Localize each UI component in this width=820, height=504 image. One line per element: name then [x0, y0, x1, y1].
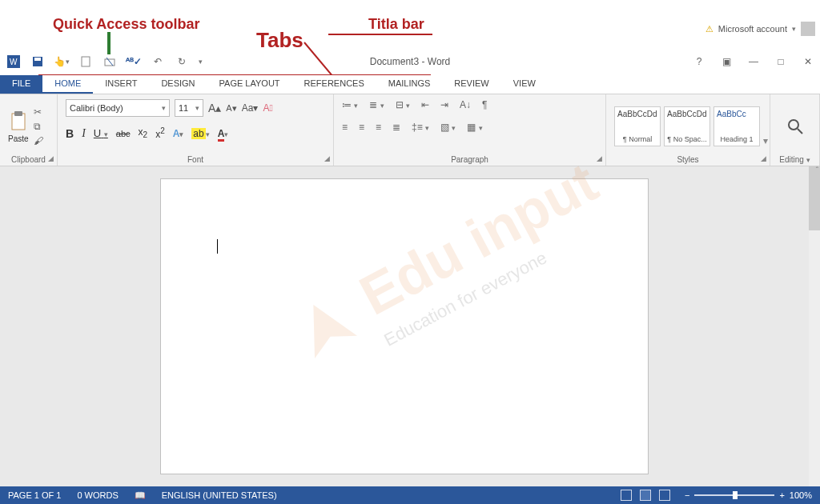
style-heading-1[interactable]: AaBbCc Heading 1: [713, 106, 760, 146]
subscript-button[interactable]: x2: [139, 126, 148, 139]
help-icon[interactable]: ?: [692, 54, 706, 69]
zoom-in-button[interactable]: +: [779, 490, 784, 500]
strikethrough-button[interactable]: abc: [116, 129, 131, 138]
account-area[interactable]: ⚠ Microsoft account ▾: [705, 19, 815, 38]
font-size-select[interactable]: 11▾: [175, 99, 203, 117]
bold-button[interactable]: B: [66, 127, 74, 140]
align-right-icon[interactable]: ≡: [376, 122, 381, 133]
grow-font-icon[interactable]: A▴: [208, 102, 221, 114]
multilevel-list-icon[interactable]: ⊟ ▾: [396, 99, 410, 110]
change-case-icon[interactable]: Aa▾: [242, 102, 259, 114]
close-icon[interactable]: ✕: [801, 54, 815, 69]
tab-references[interactable]: REFERENCES: [292, 75, 376, 94]
tab-file[interactable]: FILE: [0, 75, 42, 94]
zoom-slider-knob[interactable]: [733, 491, 738, 499]
titlebar-underline: [328, 34, 432, 35]
tab-design[interactable]: DESIGN: [149, 75, 207, 94]
view-read-icon[interactable]: [621, 490, 632, 501]
tab-insert[interactable]: INSERT: [93, 75, 149, 94]
underline-button[interactable]: U ▾: [94, 127, 108, 139]
text-effects-icon[interactable]: A▾: [173, 128, 184, 139]
line-spacing-icon[interactable]: ‡≡ ▾: [412, 122, 429, 133]
view-web-icon[interactable]: [659, 490, 670, 501]
clipboard-launcher-icon[interactable]: ◢: [48, 154, 54, 162]
styles-more-icon[interactable]: ▾: [763, 135, 768, 146]
group-clipboard-label: Clipboard: [8, 154, 49, 164]
vertical-scrollbar[interactable]: [809, 166, 820, 486]
text-cursor: [217, 239, 218, 254]
status-page[interactable]: PAGE 1 OF 1: [0, 490, 69, 500]
format-painter-icon[interactable]: 🖌: [34, 135, 43, 146]
group-clipboard: Paste ✂ ⧉ 🖌 Clipboard ◢: [0, 94, 58, 166]
decrease-indent-icon[interactable]: ⇤: [421, 99, 429, 110]
font-family-select[interactable]: Calibri (Body)▾: [66, 99, 170, 117]
borders-icon[interactable]: ▦ ▾: [467, 122, 482, 133]
svg-line-10: [798, 129, 802, 134]
group-editing: Editing ▾: [770, 94, 820, 166]
zoom-slider[interactable]: [694, 494, 774, 496]
svg-point-9: [789, 120, 798, 130]
styles-launcher-icon[interactable]: ◢: [761, 154, 766, 162]
ribbon: Paste ✂ ⧉ 🖌 Clipboard ◢ Calibri (Body)▾ …: [0, 94, 820, 166]
align-center-icon[interactable]: ≡: [359, 122, 364, 133]
group-styles: AaBbCcDd ¶ Normal AaBbCcDd ¶ No Spac... …: [606, 94, 770, 166]
view-print-icon[interactable]: [640, 490, 651, 501]
annot-qat: Quick Access toolbar: [53, 16, 199, 33]
status-bar: PAGE 1 OF 1 0 WORDS 📖 ENGLISH (UNITED ST…: [0, 486, 820, 504]
align-left-icon[interactable]: ≡: [342, 122, 348, 133]
tab-home[interactable]: HOME: [42, 75, 93, 94]
zoom-level[interactable]: 100%: [790, 490, 812, 500]
highlight-icon[interactable]: ab▾: [191, 128, 209, 139]
group-paragraph: ≔ ▾ ≣ ▾ ⊟ ▾ ⇤ ⇥ A↓ ¶ ≡ ≡ ≡ ≣ ‡≡ ▾ ▧ ▾ ▦ …: [334, 94, 606, 166]
document-area: [0, 166, 809, 486]
status-language[interactable]: ENGLISH (UNITED STATES): [154, 490, 285, 500]
zoom-control: − + 100%: [677, 490, 820, 500]
account-label: Microsoft account: [718, 24, 787, 34]
status-words[interactable]: 0 WORDS: [69, 490, 126, 500]
group-editing-label: Editing ▾: [778, 154, 811, 164]
svg-rect-8: [14, 111, 22, 116]
avatar: [801, 22, 815, 36]
paste-button[interactable]: Paste: [8, 110, 29, 143]
ribbon-tabs: FILE HOME INSERT DESIGN PAGE LAYOUT REFE…: [0, 75, 820, 94]
shrink-font-icon[interactable]: A▾: [226, 103, 236, 114]
justify-icon[interactable]: ≣: [392, 122, 400, 133]
style-no-spacing[interactable]: AaBbCcDd ¶ No Spac...: [664, 106, 710, 146]
cut-icon[interactable]: ✂: [34, 106, 43, 118]
numbering-icon[interactable]: ≣ ▾: [369, 99, 384, 110]
clear-formatting-icon[interactable]: A⃠: [263, 102, 272, 114]
scrollbar-thumb[interactable]: [809, 166, 820, 230]
annot-titlebar: Titla bar: [368, 16, 424, 33]
view-buttons: [614, 490, 677, 501]
increase-indent-icon[interactable]: ⇥: [440, 99, 448, 110]
bullets-icon[interactable]: ≔ ▾: [342, 99, 358, 110]
warning-icon: ⚠: [705, 24, 713, 34]
window-controls: ? ▣ — □ ✕: [692, 52, 815, 71]
font-color-icon[interactable]: A▾: [218, 128, 229, 139]
group-font: Calibri (Body)▾ 11▾ A▴ A▾ Aa▾ A⃠ B I U ▾…: [58, 94, 334, 166]
tab-review[interactable]: REVIEW: [442, 75, 500, 94]
group-styles-label: Styles: [614, 154, 762, 164]
tab-page-layout[interactable]: PAGE LAYOUT: [207, 75, 292, 94]
shading-icon[interactable]: ▧ ▾: [440, 122, 456, 133]
copy-icon[interactable]: ⧉: [34, 121, 43, 132]
paragraph-launcher-icon[interactable]: ◢: [597, 154, 602, 162]
status-proofing-icon[interactable]: 📖: [127, 490, 154, 501]
document-page[interactable]: [160, 178, 649, 474]
sort-icon[interactable]: A↓: [460, 99, 471, 110]
minimize-icon[interactable]: —: [746, 54, 761, 69]
ribbon-options-icon[interactable]: ▣: [719, 54, 734, 69]
title-bar: W 👆▾ ᴬᴮ✓ ↶ ↻ ▾ Document3 - Word ? ▣ — □ …: [0, 52, 820, 71]
superscript-button[interactable]: x2: [155, 126, 165, 140]
style-normal[interactable]: AaBbCcDd ¶ Normal: [614, 106, 661, 146]
collapse-ribbon-icon[interactable]: ˆ: [816, 166, 818, 175]
zoom-out-button[interactable]: −: [685, 490, 689, 500]
font-launcher-icon[interactable]: ◢: [324, 154, 330, 162]
find-icon[interactable]: [786, 118, 804, 135]
show-marks-icon[interactable]: ¶: [482, 99, 487, 110]
group-paragraph-label: Paragraph: [342, 154, 597, 164]
maximize-icon[interactable]: □: [774, 54, 788, 69]
tab-view[interactable]: VIEW: [501, 75, 548, 94]
tab-mailings[interactable]: MAILINGS: [376, 75, 443, 94]
italic-button[interactable]: I: [82, 127, 86, 140]
